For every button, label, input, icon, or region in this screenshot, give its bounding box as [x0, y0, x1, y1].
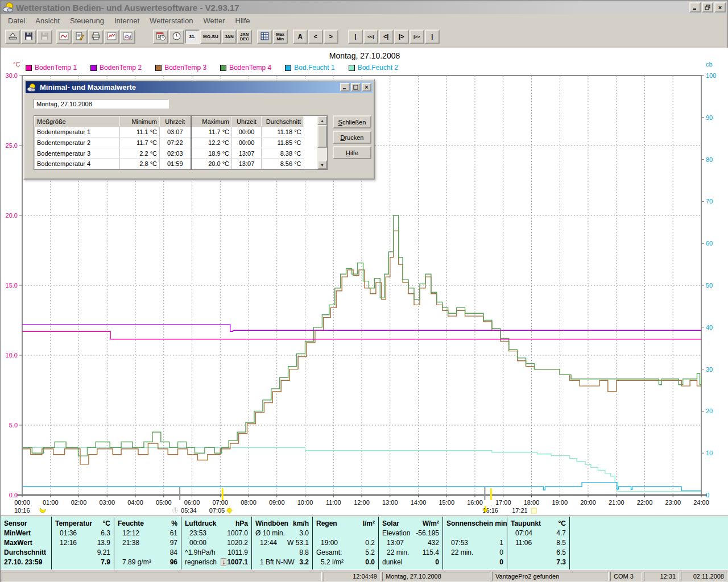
toolbar-button-label: <<| [367, 35, 374, 39]
close-button[interactable]: × [714, 2, 726, 13]
menu-steuerung[interactable]: Steuerung [65, 15, 109, 26]
nav-last-button[interactable]: | [425, 30, 440, 44]
next-button[interactable]: > [324, 30, 338, 44]
summary-value: 0 [435, 558, 442, 566]
toolbar-button-label: Min [276, 37, 284, 41]
save-gray-icon [40, 31, 49, 42]
restore-button[interactable] [702, 2, 713, 13]
toolbar-button-label: A [298, 34, 303, 40]
help-dialog-button[interactable]: Hilfe [333, 146, 371, 159]
nav-back-button[interactable]: <| [379, 30, 394, 44]
table-cell: 07:22 [160, 138, 191, 148]
svg-text:80: 80 [706, 156, 713, 163]
dialog-titlebar[interactable]: Minimal- und Maximalwerte × [26, 81, 373, 93]
edit-data-button[interactable] [72, 30, 88, 44]
prev-button[interactable]: < [308, 30, 323, 44]
summary-label: 01:36 [52, 529, 77, 537]
table-row[interactable]: Bodentemperatur 32.2 °C02:0318.9 °C13:07… [35, 148, 304, 159]
summary-value: 8.8 [299, 548, 312, 556]
summary-header: Taupunkt [507, 519, 541, 527]
table-row[interactable]: Bodentemperatur 111.1 °C03:0711.7 °C00:0… [35, 127, 304, 138]
summary-value: 0 [499, 558, 507, 566]
summary-unit: % [171, 519, 181, 527]
nav-fast-forward-button[interactable]: |>> [410, 30, 424, 44]
save-disabled-button[interactable] [37, 30, 52, 44]
menu-ansicht[interactable]: Ansicht [30, 15, 65, 26]
dialog-maximize-button[interactable] [351, 83, 361, 92]
menu-wetterstation[interactable]: Wetterstation [144, 15, 198, 26]
dusk-time: 17:21 [512, 507, 528, 514]
day-clock-button[interactable]: 31 [153, 30, 168, 44]
summary-label: 22 min. [443, 548, 473, 556]
sensor-curve-button[interactable] [56, 30, 72, 44]
dialog-close-button[interactable]: × [362, 83, 371, 92]
summary-group-luftdruck: LuftdruckhPa23:531007.000:001020.2^1.9hP… [181, 517, 252, 569]
svg-text:17:00: 17:00 [495, 499, 511, 506]
scroll-up-icon[interactable]: ▲ [317, 116, 327, 125]
summary-label: 07:04 [507, 529, 532, 537]
toolbar-button-label: | [354, 34, 356, 40]
dusk-icon [531, 508, 536, 513]
nav-first-button[interactable]: | [348, 30, 363, 44]
scroll-down-icon[interactable]: ▼ [317, 160, 327, 169]
day-view-button[interactable]: 31. [185, 30, 200, 44]
svg-text:04:00: 04:00 [127, 499, 143, 506]
chart-red-button[interactable] [104, 30, 119, 44]
save-button[interactable] [21, 30, 36, 44]
menu-hilfe[interactable]: Hilfe [230, 15, 255, 26]
toolbar-button-label: DEC [240, 37, 249, 41]
auto-button[interactable]: A [293, 30, 308, 44]
summary-unit: °C [559, 519, 569, 527]
week-view-button[interactable]: MO-SU [200, 30, 221, 44]
summary-label: Ø 10 min. [252, 529, 285, 537]
summary-label: Gesamt: [313, 548, 342, 556]
table-cell: 18.9 °C [191, 148, 232, 159]
summary-header: Windböen [252, 519, 288, 527]
table-cell: Bodentemperatur 4 [35, 159, 120, 169]
menu-internet[interactable]: Internet [109, 15, 144, 26]
data-table-button[interactable] [257, 30, 272, 44]
minimize-button[interactable] [689, 2, 701, 13]
svg-text:05:00: 05:00 [156, 499, 172, 506]
legend-label: BodenTemp 2 [100, 64, 142, 72]
table-cell: 11.18 °C [262, 127, 304, 138]
minmax-button[interactable]: MaxMin [273, 30, 288, 44]
month-view-button[interactable]: JAN [222, 30, 237, 44]
nav-forward-button[interactable]: |> [394, 30, 409, 44]
summary-label: 12:16 [52, 539, 77, 547]
svg-text:70: 70 [706, 198, 713, 205]
dialog-minimize-button[interactable] [340, 83, 350, 92]
chart-red-icon [107, 31, 117, 42]
summary-label: Durchschnitt [1, 548, 46, 556]
print-dialog-button[interactable]: Drucken [333, 131, 371, 144]
print-button[interactable] [88, 30, 104, 44]
dialog-scrollbar[interactable]: ▲ ▼ [317, 116, 327, 169]
summary-value: 7.3 [556, 558, 569, 566]
titlebar[interactable]: Wetterstation Bedien- und Auswertesoftwa… [1, 1, 727, 14]
nav-fast-back-button[interactable]: <<| [363, 30, 378, 44]
dialog-date-field[interactable] [34, 99, 169, 109]
close-dialog-button[interactable]: Schließen [333, 115, 371, 128]
summary-value: ↓1007.1 [221, 558, 251, 566]
svg-text:07:00: 07:00 [212, 499, 228, 506]
summary-value: 8.5 [556, 539, 569, 547]
year-view-button[interactable]: JANDEC [237, 30, 252, 44]
summary-unit: hPa [235, 519, 251, 527]
table-row[interactable]: Bodentemperatur 42.8 °C01:5920.0 °C13:07… [35, 159, 304, 169]
menu-datei[interactable]: Datei [3, 15, 30, 26]
toolbar-button-label: <| [383, 34, 389, 40]
sunrise-time: 07:05 [209, 507, 225, 514]
svg-text:00:00: 00:00 [14, 499, 30, 506]
scroll-thumb[interactable] [317, 125, 327, 148]
dawn-time: 05:34 [181, 507, 197, 514]
time-button[interactable] [169, 30, 184, 44]
eject-button[interactable] [5, 30, 20, 44]
svg-text:20.0: 20.0 [6, 212, 18, 219]
table-row[interactable]: Bodentemperatur 211.7 °C07:2212.2 °C00:0… [35, 138, 304, 148]
legend-label: BodenTemp 4 [229, 64, 271, 72]
menu-wetter[interactable]: Wetter [198, 15, 230, 26]
chart-multi-button[interactable] [120, 30, 135, 44]
summary-group-solar: SolarW/m²Elevation-56.19513:0743222 min.… [379, 517, 443, 569]
summary-value: 1011.9 [228, 548, 251, 556]
svg-text:08:00: 08:00 [241, 499, 257, 506]
